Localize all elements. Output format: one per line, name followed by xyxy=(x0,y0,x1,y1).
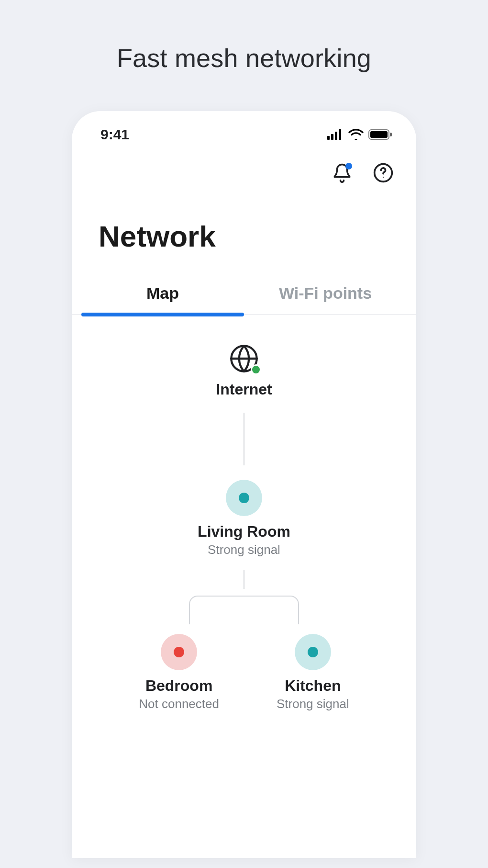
connector-line xyxy=(244,413,244,465)
branch-connector xyxy=(189,596,299,624)
svg-point-8 xyxy=(383,177,384,178)
node-living-room[interactable]: Living Room Strong signal xyxy=(198,480,290,557)
child-nodes-row: Bedroom Not connected Kitchen Strong sig… xyxy=(139,634,349,711)
status-bar: 9:41 xyxy=(72,111,416,147)
internet-status-dot xyxy=(251,364,261,375)
wifi-point-icon xyxy=(295,634,331,670)
svg-rect-6 xyxy=(390,133,392,136)
node-subtitle: Strong signal xyxy=(208,542,280,557)
help-icon xyxy=(373,162,394,185)
node-kitchen[interactable]: Kitchen Strong signal xyxy=(277,634,349,711)
node-bedroom[interactable]: Bedroom Not connected xyxy=(139,634,219,711)
status-time: 9:41 xyxy=(100,126,129,143)
node-label: Living Room xyxy=(198,523,290,541)
wifi-point-icon xyxy=(226,480,262,516)
status-indicators xyxy=(327,129,392,140)
app-header xyxy=(72,147,416,186)
svg-rect-3 xyxy=(339,129,341,140)
page-title: Network xyxy=(72,186,416,272)
svg-rect-5 xyxy=(370,131,388,138)
connector-line xyxy=(244,570,244,589)
node-label: Kitchen xyxy=(285,677,341,695)
notifications-button[interactable] xyxy=(330,162,354,186)
help-button[interactable] xyxy=(371,162,395,186)
tab-wifi-points[interactable]: Wi-Fi points xyxy=(244,272,407,314)
phone-frame: 9:41 xyxy=(72,111,416,858)
tab-active-indicator xyxy=(81,313,244,316)
node-internet[interactable]: Internet xyxy=(216,343,272,398)
marketing-title: Fast mesh networking xyxy=(0,0,488,73)
svg-rect-2 xyxy=(335,132,337,140)
node-label: Internet xyxy=(216,381,272,398)
node-subtitle: Not connected xyxy=(139,697,219,711)
wifi-point-icon xyxy=(161,634,197,670)
node-subtitle: Strong signal xyxy=(277,697,349,711)
svg-rect-1 xyxy=(331,134,333,140)
cellular-icon xyxy=(327,129,344,140)
tab-map[interactable]: Map xyxy=(81,272,244,314)
node-label: Bedroom xyxy=(145,677,212,695)
svg-rect-0 xyxy=(327,136,330,140)
wifi-icon xyxy=(348,129,364,140)
battery-icon xyxy=(368,129,392,140)
notification-badge xyxy=(345,163,352,169)
tab-bar: Map Wi-Fi points xyxy=(72,272,416,315)
network-map: Internet Living Room Strong signal Bedro… xyxy=(72,315,416,711)
